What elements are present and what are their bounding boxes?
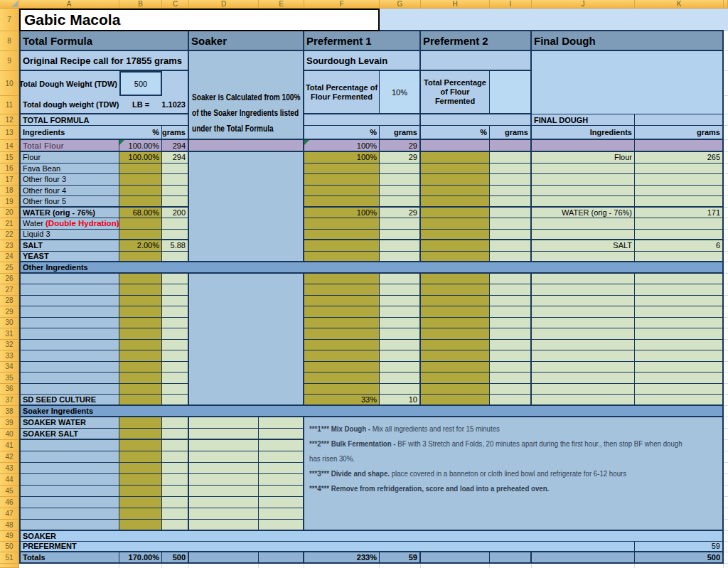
cell-F-r14[interactable]: 100%: [304, 140, 380, 152]
cell-J-r19[interactable]: [532, 196, 635, 208]
col-header-E[interactable]: E: [259, 0, 304, 9]
cell-G-r19[interactable]: [380, 196, 421, 208]
cell-C-r51[interactable]: 500: [162, 552, 189, 564]
cell-G-r24[interactable]: [380, 252, 421, 263]
row-header-12[interactable]: 12: [0, 114, 19, 126]
row-header-15[interactable]: 15: [0, 152, 19, 164]
cell-I-r19[interactable]: [490, 196, 532, 208]
cell-F-r36[interactable]: [304, 384, 380, 395]
cell-H-r19[interactable]: [421, 196, 490, 208]
cell-G-r35[interactable]: [380, 373, 421, 384]
row-header-16[interactable]: 16: [0, 164, 19, 175]
cell-J-r22[interactable]: [532, 230, 635, 241]
cell-B-r28[interactable]: [119, 296, 162, 307]
cell-A-r18[interactable]: Other flour 4: [19, 186, 119, 197]
cell-A-r46[interactable]: [19, 497, 119, 508]
cell-A-r22[interactable]: Liquid 3: [19, 230, 119, 241]
cell-C-r20[interactable]: 200: [162, 208, 189, 219]
cell-C-r47[interactable]: [162, 508, 189, 520]
cell-G-r23[interactable]: [380, 240, 421, 252]
cell-H-r29[interactable]: [421, 306, 490, 318]
cell-C-r22[interactable]: [162, 230, 189, 241]
cell-A-r47[interactable]: [19, 508, 119, 520]
cell-J-r14[interactable]: [532, 140, 635, 152]
cell-H-r17[interactable]: [421, 174, 490, 186]
cell-F-r18[interactable]: [304, 186, 380, 197]
row-header-26[interactable]: 26: [0, 274, 19, 285]
cell-A-r27[interactable]: [19, 284, 119, 296]
cell-T-r28[interactable]: [724, 296, 728, 307]
cell-T-r11[interactable]: [724, 96, 728, 114]
cell-B-r20[interactable]: 68.00%: [119, 208, 162, 219]
cell-I-r26[interactable]: [490, 274, 532, 285]
row-header-8[interactable]: 8: [0, 31, 19, 51]
cell-below-grid-B[interactable]: [119, 564, 162, 568]
cell-G-r31[interactable]: [380, 328, 421, 340]
cell-D-E-r28[interactable]: [189, 296, 304, 307]
cell-J-r13[interactable]: Ingredients: [532, 126, 635, 140]
cell-B-r16[interactable]: [119, 164, 162, 175]
row-header-19[interactable]: 19: [0, 196, 19, 208]
cell-K-r13[interactable]: grams: [635, 126, 724, 140]
cell-C-r27[interactable]: [162, 284, 189, 296]
cell-A-r19[interactable]: Other flour 5: [19, 196, 119, 208]
row-header-41[interactable]: 41: [0, 440, 19, 451]
col-header-G[interactable]: G: [380, 0, 421, 9]
row-header-42[interactable]: 42: [0, 451, 19, 463]
cell-K-r23[interactable]: 6: [635, 240, 724, 252]
cell-T-r29[interactable]: [724, 306, 728, 318]
cell-C-r41[interactable]: [162, 440, 189, 451]
cell-D-r45[interactable]: [189, 486, 259, 497]
cell-below-grid-A[interactable]: [19, 564, 119, 568]
cell-B-r13[interactable]: %: [119, 126, 162, 140]
cell-A-F-r7[interactable]: Gabic Macola: [19, 9, 380, 31]
cell-A-r41[interactable]: [19, 440, 119, 451]
cell-T-r50[interactable]: [724, 542, 728, 553]
row-header-32[interactable]: 32: [0, 340, 19, 351]
cell-J-r28[interactable]: [532, 296, 635, 307]
cell-G-r14[interactable]: 29: [380, 140, 421, 152]
cell-T-r48[interactable]: [724, 520, 728, 531]
cell-A-r14[interactable]: Total Flour: [19, 140, 119, 152]
cell-A-r11[interactable]: Total dough weight (TDW): [19, 96, 119, 114]
row-header-29[interactable]: 29: [0, 306, 19, 318]
cell-A-r24[interactable]: YEAST: [19, 252, 119, 263]
cell-G-r13[interactable]: grams: [380, 126, 421, 140]
cell-D-E-r34[interactable]: [189, 362, 304, 373]
col-header-H[interactable]: H: [421, 0, 490, 9]
cell-D-r46[interactable]: [189, 497, 259, 508]
cell-K-r35[interactable]: [635, 373, 724, 384]
cell-K-r12[interactable]: [635, 114, 724, 126]
cell-A-r21[interactable]: Water (Double Hydration): [19, 218, 119, 230]
cell-B-r43[interactable]: [119, 463, 162, 474]
cell-F-r33[interactable]: [304, 350, 380, 362]
cell-D-r51[interactable]: [189, 552, 259, 564]
cell-H-r16[interactable]: [421, 164, 490, 175]
cell-B-r47[interactable]: [119, 508, 162, 520]
cell-E-r47[interactable]: [259, 508, 304, 520]
cell-K-r50[interactable]: 59: [635, 542, 724, 553]
row-header-9[interactable]: 9: [0, 51, 19, 71]
cell-C-r35[interactable]: [162, 373, 189, 384]
cell-D-E-r18[interactable]: [189, 186, 304, 197]
cell-B-r37[interactable]: [119, 395, 162, 406]
cell-F-G-r9[interactable]: Sourdough Levain: [304, 51, 421, 71]
cell-H-r51[interactable]: [421, 552, 490, 564]
cell-J-r33[interactable]: [532, 350, 635, 362]
row-header-50[interactable]: 50: [0, 542, 19, 553]
row-header-18[interactable]: 18: [0, 186, 19, 197]
cell-A-r43[interactable]: [19, 463, 119, 474]
cell-J-r26[interactable]: [532, 274, 635, 285]
cell-F-r34[interactable]: [304, 362, 380, 373]
cell-K-r21[interactable]: [635, 218, 724, 230]
cell-I-r20[interactable]: [490, 208, 532, 219]
cell-T-r18[interactable]: [724, 186, 728, 197]
cell-J-r16[interactable]: [532, 164, 635, 175]
cell-D-E-r31[interactable]: [189, 328, 304, 340]
cell-T-r47[interactable]: [724, 508, 728, 520]
cell-A-r31[interactable]: [19, 328, 119, 340]
cell-I-r15[interactable]: [490, 152, 532, 164]
cell-G-r28[interactable]: [380, 296, 421, 307]
row-header-39[interactable]: 39: [0, 417, 19, 429]
cell-J-r32[interactable]: [532, 340, 635, 351]
